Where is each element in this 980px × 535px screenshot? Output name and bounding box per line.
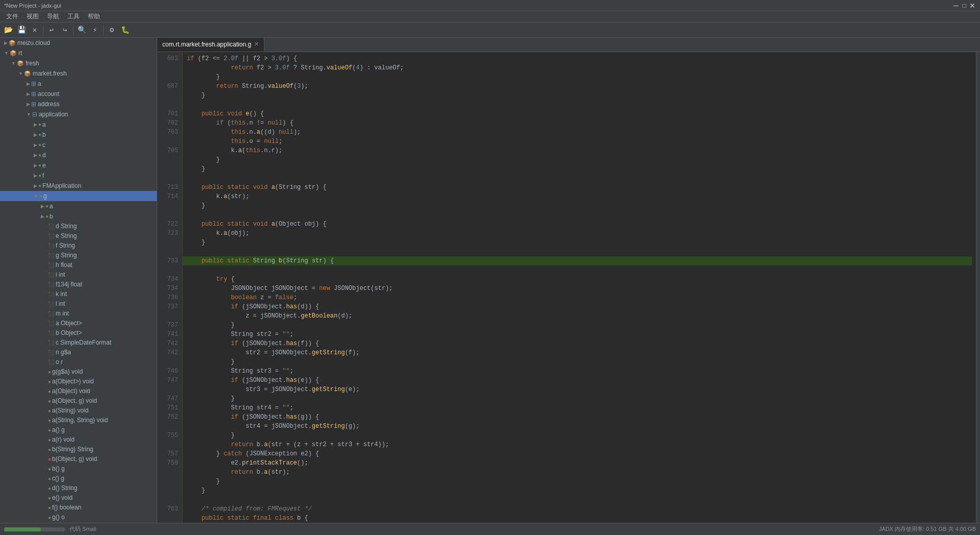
expand-application[interactable]: ▼ — [27, 110, 31, 119]
lnum-755: 755 — [157, 431, 182, 440]
expand-class-b[interactable]: ▶ — [34, 130, 37, 139]
expand-fresh[interactable]: ▼ — [11, 59, 16, 68]
field-f-string[interactable]: ⬛ f String — [0, 241, 157, 251]
close-file-button[interactable]: ✕ — [29, 24, 41, 36]
expand-market[interactable]: ▼ — [18, 69, 23, 78]
tree-item-class-a[interactable]: ▶ ● a — [0, 119, 157, 130]
status-lang[interactable]: 代码 Smali — [69, 525, 96, 533]
field-o-r[interactable]: ⬛ o r — [0, 357, 157, 367]
method-d-void[interactable]: ● d() String — [0, 483, 157, 493]
code-scrollbar[interactable] — [976, 52, 980, 523]
search-button[interactable]: 🔍 — [76, 24, 88, 36]
expand-class-g[interactable]: ▼ — [34, 191, 38, 201]
method-e-void[interactable]: ● e() void — [0, 493, 157, 503]
expand-class-c[interactable]: ▶ — [34, 140, 37, 150]
class-icon-e: ● — [38, 161, 41, 170]
method-a-obj-void[interactable]: ● a(Object>) void — [0, 377, 157, 386]
maximize-button[interactable]: □ — [961, 2, 968, 9]
tree-item-fresh[interactable]: ▼ 📦 fresh — [0, 58, 157, 68]
field-c-sdf[interactable]: ⬛ c SimpleDateFormat — [0, 338, 157, 348]
expand-class-a[interactable]: ▶ — [34, 120, 37, 129]
field-m-int[interactable]: ⬛ m int — [0, 309, 157, 319]
method-a-object-void[interactable]: ● a(Object) void — [0, 386, 157, 396]
field-g-string[interactable]: ⬛ g String — [0, 251, 157, 260]
field-i-int[interactable]: ⬛ i int — [0, 270, 157, 280]
field-b-object[interactable]: ⬛ b Object> — [0, 328, 157, 338]
method-b-void[interactable]: ● b() g — [0, 464, 157, 474]
expand-fmapp[interactable]: ▶ — [34, 181, 37, 190]
undo-button[interactable]: ↩ — [45, 24, 58, 36]
expand-meizu[interactable]: ▶ — [4, 38, 8, 47]
file-tree[interactable]: ▶ 📦 meizu.cloud ▼ 📦 rt ▼ 📦 fresh — [0, 38, 157, 523]
tree-item-g-b[interactable]: ▶ ● b — [0, 211, 157, 222]
expand-g-b[interactable]: ▶ — [41, 212, 44, 221]
method-icon-b-objg: ■ — [48, 455, 51, 464]
field-d-string[interactable]: ⬛ d String — [0, 222, 157, 231]
save-button[interactable]: 💾 — [15, 24, 28, 36]
tree-label-market: market.fresh — [33, 69, 67, 78]
tree-item-class-f[interactable]: ▶ ● f — [0, 171, 157, 181]
field-l-int[interactable]: ⬛ l int — [0, 299, 157, 309]
tab-g[interactable]: com.rt.market.fresh.application.g ✕ — [157, 38, 264, 52]
class-icon-fmapp: ● — [38, 181, 41, 190]
method-a-string-string[interactable]: ● a(String, String) void — [0, 416, 157, 425]
expand-a[interactable]: ▶ — [27, 79, 30, 88]
code-area[interactable]: 683 687 701 702 703 705 713 714 722 72 — [157, 52, 980, 523]
tree-item-class-c[interactable]: ▶ ● c — [0, 140, 157, 150]
field-n-gsa[interactable]: ⬛ n g$a — [0, 348, 157, 357]
debug-button[interactable]: 🐛 — [119, 24, 131, 36]
tree-item-fmapp[interactable]: ▶ ● FMApplication — [0, 181, 157, 191]
method-a-string-void[interactable]: ● a(String) void — [0, 406, 157, 416]
menu-view[interactable]: 视图 — [22, 11, 43, 22]
tree-item-class-d[interactable]: ▶ ● d — [0, 150, 157, 160]
pkg-icon-application: ⊟ — [32, 110, 37, 119]
menu-navigate[interactable]: 导航 — [43, 11, 63, 22]
tree-item-meizu[interactable]: ▶ 📦 meizu.cloud — [0, 38, 157, 48]
tree-item-market[interactable]: ▼ 📦 market.fresh — [0, 68, 157, 79]
tree-item-class-g[interactable]: ▼ ● g — [0, 191, 157, 201]
expand-class-f[interactable]: ▶ — [34, 171, 37, 180]
lnum-blank2 — [157, 72, 182, 82]
expand-account[interactable]: ▶ — [27, 89, 30, 99]
field-a-object[interactable]: ⬛ a Object> — [0, 319, 157, 328]
field-k-int[interactable]: ⬛ k int — [0, 289, 157, 299]
tree-item-g-a[interactable]: ▶ ● a — [0, 201, 157, 211]
method-f-boolean[interactable]: ● f() boolean — [0, 503, 157, 513]
method-b-object-g[interactable]: ■ b(Object, g) void — [0, 454, 157, 464]
settings-button[interactable]: ⚙ — [106, 24, 118, 36]
tree-item-address[interactable]: ▶ ⊞ address — [0, 99, 157, 109]
method-g-o[interactable]: ● g() o — [0, 513, 157, 522]
menu-file[interactable]: 文件 — [2, 11, 22, 22]
field-e-string[interactable]: ⬛ e String — [0, 231, 157, 241]
method-g-gsa[interactable]: ● g(g$a) void — [0, 367, 157, 377]
tree-item-application[interactable]: ▼ ⊟ application — [0, 109, 157, 119]
menu-help[interactable]: 帮助 — [84, 11, 104, 22]
method-a-object-g[interactable]: ● a(Object, g) void — [0, 396, 157, 406]
tree-item-a[interactable]: ▶ ⊞ a — [0, 79, 157, 89]
redo-button[interactable]: ↪ — [59, 24, 71, 36]
menu-tools[interactable]: 工具 — [63, 11, 84, 22]
tree-label-g-a: a — [50, 202, 53, 211]
field-f134j-float[interactable]: ⬛ f134j float — [0, 280, 157, 289]
field-icon-f: ⬛ — [48, 241, 54, 250]
method-c-void[interactable]: ● c() g — [0, 474, 157, 483]
method-b-string[interactable]: ● b(String) String — [0, 445, 157, 454]
tree-item-class-b[interactable]: ▶ ● b — [0, 130, 157, 140]
tree-item-class-e[interactable]: ▶ ● e — [0, 160, 157, 171]
open-button[interactable]: 📂 — [2, 24, 14, 36]
method-a-void[interactable]: ● a() g — [0, 425, 157, 435]
field-h-float[interactable]: ⬛ h float — [0, 260, 157, 270]
method-a-r[interactable]: ● a(r) void — [0, 435, 157, 445]
expand-address[interactable]: ▶ — [27, 100, 30, 109]
expand-rt[interactable]: ▼ — [4, 48, 9, 58]
tree-item-account[interactable]: ▶ ⊞ account — [0, 89, 157, 99]
minimize-button[interactable]: ─ — [952, 2, 960, 9]
tree-item-rt[interactable]: ▼ 📦 rt — [0, 48, 157, 58]
class-icon-f: ● — [38, 171, 41, 180]
expand-g-a[interactable]: ▶ — [41, 202, 44, 211]
expand-class-e[interactable]: ▶ — [34, 161, 37, 170]
expand-class-d[interactable]: ▶ — [34, 151, 37, 160]
close-button[interactable]: ✕ — [969, 2, 976, 9]
tab-close-g[interactable]: ✕ — [254, 41, 259, 47]
decompile-button[interactable]: ⚡ — [89, 24, 101, 36]
